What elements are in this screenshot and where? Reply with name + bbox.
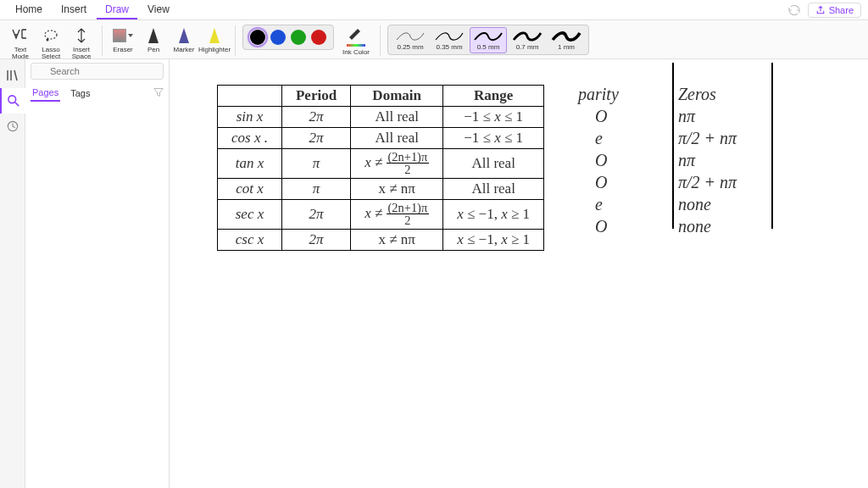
separator: [380, 25, 381, 56]
sync-icon[interactable]: [787, 3, 801, 17]
eraser-icon: [113, 29, 126, 42]
highlighter-label: Highlighter: [198, 47, 231, 53]
tool-group-pens: Eraser Pen Marker Highlighter: [109, 24, 228, 55]
ink-color-button[interactable]: Ink Color: [339, 24, 373, 58]
eraser-label: Eraser: [113, 47, 133, 53]
search-input[interactable]: [31, 63, 164, 80]
menu-home[interactable]: Home: [7, 1, 51, 19]
trig-table: PeriodDomainRangesin x2πAll real−1 ≤ x ≤…: [217, 85, 544, 251]
table-row: sec x2πx ≠ (2n+1)π2x ≤ −1, x ≥ 1: [218, 199, 544, 229]
separator: [235, 25, 236, 56]
marker-icon: [179, 28, 189, 43]
svg-point-2: [8, 96, 15, 103]
lasso-label: Lasso Select: [39, 47, 63, 60]
share-label: Share: [829, 5, 854, 15]
separator: [102, 25, 103, 56]
rail-library-button[interactable]: [0, 63, 25, 88]
stroke-0.5mm[interactable]: 0.5 mm: [470, 27, 507, 53]
eraser-button[interactable]: Eraser: [109, 24, 136, 55]
stroke-1mm[interactable]: 1 mm: [548, 28, 585, 53]
stroke-0.25mm[interactable]: 0.25 mm: [392, 28, 429, 53]
menu-items: Home Insert Draw View: [7, 1, 178, 19]
left-rail: [0, 59, 25, 488]
table-row: cos x .2πAll real−1 ≤ x ≤ 1: [218, 128, 544, 149]
svg-point-1: [47, 39, 49, 42]
highlighter-icon: [209, 28, 220, 43]
ink-color-swatch-icon: [347, 44, 365, 47]
text-mode-button[interactable]: Text Mode: [7, 24, 34, 62]
canvas[interactable]: PeriodDomainRangesin x2πAll real−1 ≤ x ≤…: [170, 59, 868, 488]
lasso-select-button[interactable]: Lasso Select: [37, 24, 64, 62]
table-header: Domain: [351, 86, 443, 107]
color-red[interactable]: [311, 30, 326, 45]
text-mode-label: Text Mode: [8, 47, 32, 60]
handwriting-divider: [771, 63, 773, 229]
handwriting-parity-col: parityOeOOeO: [578, 83, 619, 237]
chevron-down-icon: [128, 34, 133, 37]
rail-search-button[interactable]: [0, 88, 25, 114]
menubar: Home Insert Draw View Share: [0, 0, 868, 20]
color-black[interactable]: [250, 30, 265, 45]
table-header: Range: [443, 86, 544, 107]
tab-tags[interactable]: Tags: [69, 86, 92, 101]
marker-label: Marker: [174, 47, 195, 53]
main-area: Pages Tags PeriodDomainRangesin x2πAll r…: [0, 59, 868, 488]
pen-button[interactable]: Pen: [140, 24, 167, 55]
marker-button[interactable]: Marker: [170, 24, 198, 55]
ink-color-label: Ink Color: [342, 48, 370, 56]
color-green[interactable]: [291, 30, 306, 45]
sidebar: Pages Tags: [25, 59, 170, 488]
tool-group-select: Text Mode Lasso Select Insert Space: [7, 24, 95, 62]
handwriting-divider: [672, 63, 674, 229]
pen-icon: [148, 28, 159, 43]
insert-space-label: Insert Space: [70, 47, 93, 60]
highlighter-button[interactable]: Highlighter: [201, 24, 228, 55]
menu-draw[interactable]: Draw: [97, 1, 137, 19]
table-row: csc x2πx ≠ nπx ≤ −1, x ≥ 1: [218, 229, 544, 250]
pen-label: Pen: [147, 47, 159, 53]
stroke-width-palette: 0.25 mm0.35 mm0.5 mm0.7 mm1 mm: [387, 25, 589, 55]
menu-view[interactable]: View: [139, 1, 178, 19]
tab-pages[interactable]: Pages: [31, 85, 60, 102]
stroke-0.7mm[interactable]: 0.7 mm: [509, 28, 546, 53]
search-wrap: [31, 63, 164, 80]
svg-point-0: [45, 30, 57, 39]
table-header: Period: [281, 86, 350, 107]
toolbar: Text Mode Lasso Select Insert Space Eras…: [0, 20, 868, 59]
handwriting-zeros-col: Zerosnππ/2 + nπnππ/2 + nπnonenone: [678, 83, 737, 237]
table-row: tan xπx ≠ (2n+1)π2All real: [218, 149, 544, 179]
table-row: sin x2πAll real−1 ≤ x ≤ 1: [218, 107, 544, 128]
stroke-0.35mm[interactable]: 0.35 mm: [431, 28, 468, 53]
table-header: [218, 86, 282, 107]
color-palette: [242, 25, 334, 50]
rail-history-button[interactable]: [0, 114, 25, 139]
menu-insert[interactable]: Insert: [53, 1, 95, 19]
sidebar-tabs: Pages Tags: [31, 85, 164, 102]
insert-space-button[interactable]: Insert Space: [68, 24, 95, 62]
filter-icon[interactable]: [153, 87, 164, 99]
share-button[interactable]: Share: [808, 3, 861, 18]
menubar-right: Share: [787, 3, 861, 18]
table-row: cot xπx ≠ nπAll real: [218, 178, 544, 199]
color-blue[interactable]: [270, 30, 286, 45]
